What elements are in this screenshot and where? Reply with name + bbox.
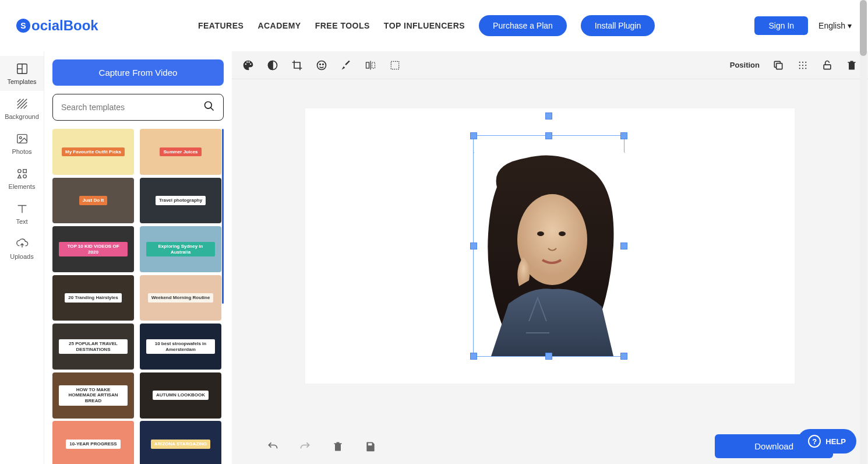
grid-icon[interactable] (797, 59, 809, 71)
flip-horizontal-icon[interactable] (365, 59, 376, 71)
svg-point-30 (799, 68, 800, 69)
svg-point-17 (320, 64, 321, 65)
resize-handle-br[interactable] (620, 353, 627, 360)
nav-academy[interactable]: ACADEMY (257, 21, 301, 30)
help-label: HELP (825, 437, 846, 446)
page-scrollbar[interactable] (860, 0, 867, 464)
template-card[interactable]: HOW TO MAKE HOMEMADE ARTISAN BREAD (52, 372, 134, 419)
template-title: 10-YEAR PROGRESS (66, 440, 120, 449)
svg-point-25 (802, 61, 803, 62)
svg-point-37 (559, 231, 566, 236)
search-icon[interactable] (203, 100, 215, 114)
templates-icon (15, 62, 29, 76)
template-card[interactable]: My Favourite Outfit Picks (52, 129, 134, 175)
sidebar-item-uploads[interactable]: Uploads (0, 231, 44, 266)
search-input[interactable] (61, 103, 203, 112)
svg-point-36 (537, 231, 544, 236)
adjust-icon[interactable] (267, 59, 278, 71)
svg-line-4 (17, 99, 23, 106)
sign-in-button[interactable]: Sign In (754, 16, 808, 35)
purchase-plan-button[interactable]: Purchase a Plan (479, 15, 567, 36)
sidebar-item-text[interactable]: Text (0, 196, 44, 231)
crop-icon[interactable] (291, 59, 303, 71)
tool-sidebar: Templates Background Photos Elements Tex… (0, 51, 44, 464)
canvas[interactable] (305, 108, 795, 384)
template-card[interactable]: ARIZONA STARGAZING (140, 421, 221, 464)
svg-line-14 (211, 108, 214, 111)
logo[interactable]: SocialBook (16, 17, 98, 34)
svg-rect-23 (777, 63, 782, 69)
svg-line-5 (20, 102, 27, 108)
sidebar-item-photos[interactable]: Photos (0, 126, 44, 161)
resize-handle-mr[interactable] (620, 242, 627, 249)
sidebar-item-label: Text (16, 218, 27, 225)
canvas-viewport[interactable] (232, 79, 868, 464)
nav-free-tools[interactable]: FREE TOOLS (315, 21, 370, 30)
svg-point-28 (802, 64, 803, 65)
brush-icon[interactable] (340, 59, 352, 71)
nav-features[interactable]: FEATURES (198, 21, 244, 30)
save-icon[interactable] (365, 441, 376, 452)
scrollbar-thumb[interactable] (860, 0, 867, 56)
resize-handle-tc[interactable] (545, 132, 552, 139)
svg-point-12 (23, 175, 26, 178)
trash-icon[interactable] (332, 441, 344, 452)
flip-vertical-icon[interactable] (389, 59, 401, 71)
template-card[interactable]: 20 Tranding Hairstyles (52, 275, 134, 321)
template-title: Travel photography (156, 196, 206, 205)
templates-panel: Capture From Video My Favourite Outfit P… (44, 51, 232, 464)
text-icon (15, 202, 29, 216)
resize-handle-tr[interactable] (620, 132, 627, 139)
position-button[interactable]: Position (730, 61, 760, 69)
template-title: TOP 10 KID VIDEOS OF 2020 (59, 242, 128, 256)
resize-handle-tl[interactable] (470, 132, 477, 139)
template-card[interactable]: 10-YEAR PROGRESS (52, 421, 134, 464)
palette-icon[interactable] (242, 59, 254, 71)
sidebar-item-label: Uploads (10, 253, 33, 260)
copy-icon[interactable] (772, 59, 784, 71)
rotate-handle[interactable] (545, 113, 552, 119)
bottom-bar: Download (232, 434, 868, 458)
canvas-area: Position (232, 51, 868, 464)
template-card[interactable]: Summer Juices (140, 129, 221, 175)
install-plugin-button[interactable]: Install Plugin (581, 15, 655, 36)
template-card[interactable]: 10 best stroopwafels in Amersterdam (140, 324, 221, 370)
sidebar-item-elements[interactable]: Elements (0, 161, 44, 196)
canvas-image[interactable] (474, 152, 625, 356)
delete-icon[interactable] (846, 59, 858, 71)
template-card[interactable]: Travel photography (140, 178, 221, 224)
resize-handle-ml[interactable] (470, 242, 477, 249)
templates-grid[interactable]: My Favourite Outfit PicksSummer JuicesJu… (52, 129, 224, 464)
svg-point-29 (805, 64, 806, 65)
sidebar-item-label: Photos (12, 148, 31, 155)
resize-handle-bc[interactable] (545, 353, 552, 360)
selected-element[interactable] (473, 135, 624, 357)
search-templates-field[interactable] (52, 94, 224, 121)
face-icon[interactable] (316, 59, 327, 71)
help-button[interactable]: ? HELP (798, 429, 856, 454)
capture-from-video-button[interactable]: Capture From Video (52, 59, 224, 86)
template-card[interactable]: Just Do It (52, 178, 134, 224)
template-card[interactable]: TOP 10 KID VIDEOS OF 2020 (52, 226, 134, 272)
background-icon (15, 97, 29, 111)
template-card[interactable]: Exploring Sydney in Australia (140, 226, 221, 272)
redo-icon[interactable] (299, 441, 311, 452)
sidebar-item-templates[interactable]: Templates (0, 56, 44, 91)
svg-point-27 (799, 64, 800, 65)
sidebar-item-background[interactable]: Background (0, 91, 44, 126)
logo-icon: S (16, 19, 30, 33)
language-selector[interactable]: English ▾ (818, 21, 852, 30)
resize-handle-bl[interactable] (470, 353, 477, 360)
template-card[interactable]: Weekend Morning Routine (140, 275, 221, 321)
sidebar-item-label: Background (5, 113, 39, 120)
photos-icon (15, 132, 29, 146)
template-card[interactable]: 25 POPULAR TRAVEL DESTINATIONS (52, 324, 134, 370)
template-title: AUTUMN LOOKBOOK (153, 391, 209, 400)
nav-top-influencers[interactable]: TOP INFLUENCERS (384, 21, 465, 30)
template-card[interactable]: AUTUMN LOOKBOOK (140, 372, 221, 419)
undo-icon[interactable] (267, 441, 278, 452)
svg-rect-22 (391, 61, 398, 69)
svg-point-10 (17, 170, 21, 173)
lock-icon[interactable] (821, 59, 833, 71)
sidebar-item-label: Templates (7, 78, 36, 85)
